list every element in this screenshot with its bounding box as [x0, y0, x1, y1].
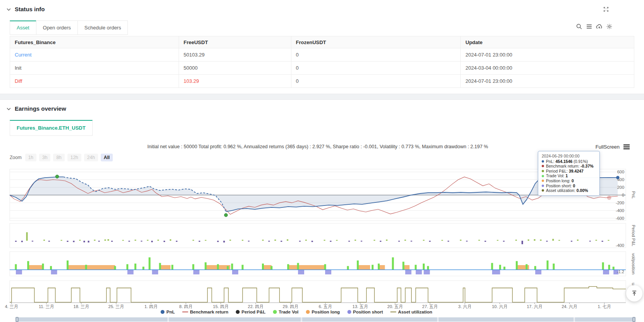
table-toolbar: [576, 23, 613, 30]
period-pnl-bar: [429, 241, 430, 242]
position-long-block: [358, 265, 370, 270]
datazoom-scrollbar[interactable]: [15, 317, 635, 322]
trade-vol-bar: [347, 266, 349, 270]
period-pnl-bar: [330, 241, 331, 242]
x-tick-label: 6. 五月: [319, 304, 332, 309]
period-pnl-bar: [176, 241, 177, 242]
tooltip-row-asset-utilization: Asset utilization: 0.00%: [542, 188, 596, 193]
y-axis-title: PnL: [631, 191, 636, 199]
legend-item-asset-utilization[interactable]: Asset utilization: [390, 310, 432, 314]
cloud-download-icon[interactable]: [596, 23, 603, 30]
position-short-block: [424, 270, 430, 274]
legend-item-position-short[interactable]: Position short: [347, 310, 383, 314]
tab-futures-binance-eth-usdt[interactable]: Futures_Binance.ETH_USDT: [10, 120, 93, 136]
trade-vol-bar: [553, 264, 554, 270]
period-pnl-bar: [83, 241, 85, 242]
row-label: Init: [10, 62, 179, 75]
trade-vol-bar: [134, 264, 136, 270]
position-short-block: [298, 270, 304, 274]
scrollbar-notch: [167, 317, 169, 322]
search-icon[interactable]: [576, 23, 582, 30]
row-label[interactable]: Current: [10, 48, 179, 62]
trade-vol-bar: [217, 264, 219, 270]
x-tick-label: 18. 三月: [74, 304, 89, 309]
trade-vol-bar: [403, 262, 405, 270]
x-tick-label: 4. 三月: [5, 304, 18, 309]
y-tick-label: -400: [616, 243, 624, 248]
period-pnl-bar: [94, 240, 95, 241]
period-pnl-bar: [287, 239, 288, 241]
y-tick-label: 0: [622, 193, 624, 197]
legend-item-benchmark-return[interactable]: Benchmark return: [182, 310, 228, 314]
cell: 50000: [179, 62, 291, 75]
trade-vol-bar: [171, 265, 173, 270]
period-pnl-bar: [589, 241, 591, 242]
row-label: Diff: [10, 75, 179, 88]
series-dot-icon: [542, 180, 544, 182]
period-pnl-bar: [466, 241, 468, 242]
tooltip-row-pnl: PnL: 454.1546 (0.91%): [542, 159, 596, 164]
back-to-top-button[interactable]: [626, 285, 642, 301]
period-pnl-bar: [528, 240, 529, 241]
cell: 103.29: [179, 75, 291, 88]
tab-asset[interactable]: Asset: [10, 21, 36, 35]
x-tick-label: 1. 七月: [598, 304, 611, 309]
legend-item-position-long[interactable]: Position long: [306, 310, 340, 314]
trade-vol-bar: [526, 264, 528, 270]
legend-marker-icon: [160, 310, 164, 314]
legend-item-trade-vol[interactable]: Trade Vol: [273, 310, 298, 314]
period-pnl-bar: [73, 241, 74, 242]
collapse-chevron-icon[interactable]: [6, 7, 11, 12]
period-pnl-bar: [157, 240, 159, 241]
chart-legend: PnLBenchmark returnPeriod P&LTrade VolPo…: [160, 310, 432, 314]
x-tick-label: 25. 三月: [108, 304, 124, 309]
legend-marker-icon: [182, 312, 188, 313]
cell: 0: [291, 48, 461, 62]
period-pnl-bar: [268, 241, 270, 242]
period-pnl-bar: [558, 240, 560, 241]
period-pnl-bar: [411, 241, 412, 242]
trade-vol-bar: [415, 265, 417, 270]
collapse-chevron-icon[interactable]: [6, 106, 11, 111]
x-tick-label: 17. 六月: [527, 304, 542, 309]
period-pnl-bar: [336, 240, 337, 241]
legend-marker-icon: [390, 312, 396, 313]
chart-tooltip: 2024-06-29 00:00:00 PnL: 454.1546 (0.91%…: [538, 151, 600, 196]
position-long-block: [160, 265, 170, 270]
x-tick-label: 20. 五月: [387, 304, 403, 309]
trade-vol-bar: [613, 267, 615, 270]
expand-icon[interactable]: [603, 6, 609, 14]
tab-open-orders[interactable]: Open orders: [36, 21, 78, 35]
trade-vol-bar: [85, 265, 87, 270]
period-pnl-bar: [15, 241, 17, 242]
cell: 0: [291, 75, 461, 88]
scrollbar-handle-right[interactable]: [632, 317, 635, 322]
cell: 0: [291, 62, 461, 75]
gear-icon[interactable]: [606, 23, 613, 30]
x-tick-label: 15. 四月: [213, 304, 229, 309]
legend-label: Position short: [353, 310, 383, 314]
earnings-chart: Initial net value : 50000 Total profit: …: [0, 135, 644, 322]
trade-vol-bar: [126, 264, 128, 270]
position-short-block: [16, 270, 22, 274]
table-row: Diff103.2902024-07-01 23:00:00: [10, 75, 634, 88]
period-pnl-bar: [147, 240, 148, 241]
period-pnl-bar: [262, 240, 263, 241]
earnings-tabs: Futures_Binance.ETH_USDT: [10, 120, 93, 136]
y-tick-label: -200: [616, 200, 624, 205]
trade-vol-bar: [423, 264, 425, 270]
period-pnl-bar: [460, 240, 461, 241]
scrollbar-handle-left[interactable]: [15, 317, 19, 322]
period-pnl-bar: [355, 240, 356, 241]
trade-vol-bar: [427, 266, 429, 270]
legend-marker-icon: [273, 310, 277, 314]
trade-vol-bar: [205, 262, 207, 270]
legend-item-period-p-l[interactable]: Period P&L: [236, 310, 265, 314]
x-tick-label: 8. 四月: [179, 304, 193, 309]
list-icon[interactable]: [586, 23, 592, 30]
tab-schedule-orders[interactable]: Schedule orders: [77, 21, 128, 35]
period-pnl-bar: [398, 241, 400, 242]
legend-marker-icon: [306, 310, 310, 314]
trade-vol-bar: [608, 265, 610, 270]
legend-item-pnl[interactable]: PnL: [160, 310, 175, 314]
